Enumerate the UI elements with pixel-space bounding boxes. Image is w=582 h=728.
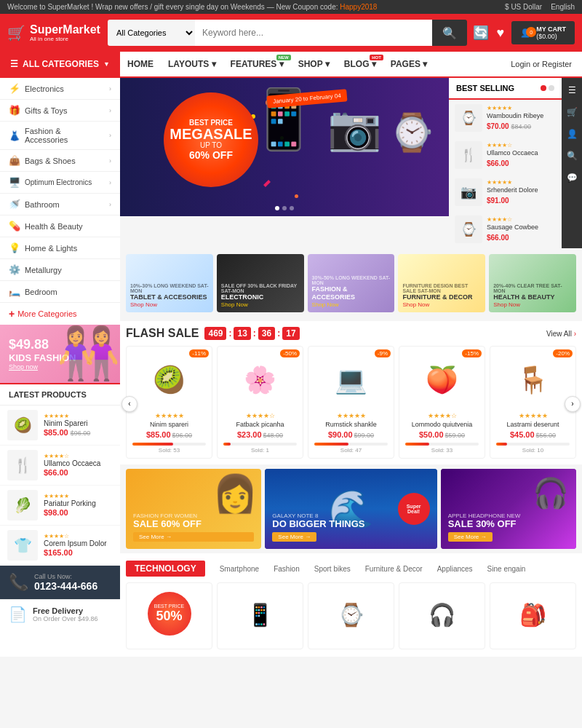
language-selector[interactable]: English (551, 3, 575, 11)
logo[interactable]: 🛒 SuperMarket All in one store (7, 23, 102, 43)
flash-next-button[interactable]: › (565, 396, 581, 412)
wishlist-icon[interactable]: ♥ (496, 25, 504, 41)
sidebar-item-bags[interactable]: 👜 Bags & Shoes › (0, 150, 120, 172)
product-image: 🍴 (455, 141, 482, 169)
refresh-icon[interactable]: 🔄 (473, 25, 489, 41)
cat-banner-fashion[interactable]: 30%-50% LONG WEEKEND SAT-MON FASHION & A… (308, 254, 395, 312)
sidebar-item-health[interactable]: 💊 Health & Beauty (0, 215, 120, 237)
optimum-icon: 🖥️ (9, 177, 20, 188)
login-register-link[interactable]: Login or Register (501, 52, 582, 76)
tab-fashion[interactable]: Fashion (266, 562, 307, 576)
promo-banner-galaxy[interactable]: 🌊 SuperDeal! GALAXY NOTE 8 DO BIGGER THI… (265, 469, 436, 549)
arrow-icon: › (109, 201, 111, 208)
list-item: 🍴 ★★★★☆ Ullamco Occaeca $66.00 (0, 446, 120, 486)
list-item: ⌚ ★★★★☆ Sausage Cowbee $66.00 (449, 211, 562, 248)
sidebar-item-home[interactable]: 💡 Home & Lights (0, 237, 120, 259)
technology-header: TECHNOLOGY Smartphone Fashion Sport bike… (126, 561, 576, 577)
search-category-select[interactable]: All Categories (108, 20, 195, 46)
main-container: ⚡ Electronics › 🎁 Gifts & Toys › 👗 Fashi… (0, 78, 582, 657)
tab-smartphone[interactable]: Smartphone (212, 562, 266, 576)
tab-sine[interactable]: Sine engain (480, 562, 533, 576)
product-image: 👕 (7, 530, 38, 561)
product-image: 🥬 (7, 490, 38, 521)
nav-shop[interactable]: SHOP ▾ (291, 52, 337, 76)
kids-banner: $49.88 KIDS FASHION Shop now 👭 (0, 325, 120, 383)
product-image: 🥝 (140, 351, 199, 409)
cat-banner-electronic[interactable]: SALE OFF 30% BLACK FRIDAY SAT-MON ELECTR… (217, 254, 304, 312)
discount-badge: -11% (189, 349, 209, 357)
nav-blog[interactable]: BLOG ▾HOT (337, 52, 383, 76)
tech-product-watch[interactable]: ⌚ (308, 582, 394, 649)
bs-dot-active[interactable] (541, 85, 546, 91)
cat-banner-furniture[interactable]: FURNITURE DESIGN BEST SALE SAT-MON FURNI… (398, 254, 485, 312)
technology-section: TECHNOLOGY Smartphone Fashion Sport bike… (120, 553, 582, 657)
nav-layouts[interactable]: LAYOUTS ▾ (161, 52, 223, 76)
cat-banner-tablet[interactable]: 10%-30% LONG WEEKEND SAT-MON TABLET & AC… (126, 254, 213, 312)
currency-selector[interactable]: $ US Dollar (505, 3, 542, 11)
nav-home[interactable]: HOME (120, 52, 161, 76)
technology-tabs: Smartphone Fashion Sport bikes Furniture… (212, 562, 576, 576)
search-button[interactable]: 🔍 (432, 20, 467, 46)
hero-dot-1[interactable] (275, 206, 279, 210)
tab-sport-bikes[interactable]: Sport bikes (307, 562, 358, 576)
sidebar-item-gifts[interactable]: 🎁 Gifts & Toys › (0, 100, 120, 122)
promo-banner-fashion[interactable]: 👩 FASHION FOR WOMEN SALE 60% OFF See Mor… (126, 469, 261, 549)
kids-image: 👭 (57, 325, 120, 383)
product-image: 🎒 (508, 589, 559, 640)
header: 🛒 SuperMarket All in one store All Categ… (0, 14, 582, 52)
top-bar: Welcome to SuperMarket ! Wrap new offers… (0, 0, 582, 14)
promo-banner-headphone[interactable]: 🎧 APPLE HEADPHONE NEW SALE 30% OFF See M… (441, 469, 576, 549)
user-icon-side[interactable]: 👤 (564, 126, 581, 142)
view-all-link[interactable]: View All › (546, 330, 576, 338)
more-categories-link[interactable]: + More Categories (0, 303, 120, 325)
all-categories-button[interactable]: ☰ ALL CATEGORIES ▼ (0, 52, 120, 76)
nav-features[interactable]: FEATURES ▾NEW (223, 52, 291, 76)
fashion-icon: 👗 (9, 130, 20, 141)
tech-product-phone[interactable]: 📱 (217, 582, 303, 649)
main-column: BEST PRICE MEGASALE UP TO 60% OFF 📱 📷 ⌚ … (120, 78, 582, 657)
electronics-icon: ⚡ (9, 83, 20, 94)
flash-sale-header: FLASH SALE 469 : 13 : 36 : 17 View All › (120, 321, 582, 343)
product-info: ★★★★☆ Ullamco Occaeca $66.00 (44, 453, 113, 478)
hero-dot-2[interactable] (282, 206, 287, 210)
hamburger-icon: ☰ (10, 59, 18, 69)
tab-furniture[interactable]: Furniture & Decor (358, 562, 430, 576)
nav-pages[interactable]: PAGES ▾ (383, 52, 434, 76)
header-icons: 🔄 ♥ 👤 0 MY CART ($0.00) (473, 21, 575, 44)
sidebar-item-optimum[interactable]: 🖥️ Optimum Electronics › (0, 172, 120, 194)
hero-camera-image: 📷 (327, 102, 382, 154)
cart-button[interactable]: 👤 0 MY CART ($0.00) (511, 21, 575, 44)
search-input[interactable] (195, 20, 432, 46)
discount-badge: -20% (553, 349, 573, 357)
chat-icon-side[interactable]: 💬 (564, 170, 581, 186)
sidebar-item-bedroom[interactable]: 🛏️ Bedroom (0, 281, 120, 303)
product-image: ⌚ (455, 215, 482, 243)
coupon-link[interactable]: Happy2018 (340, 3, 377, 11)
cart-icon-side[interactable]: 🛒 (564, 104, 581, 120)
sidebar: ⚡ Electronics › 🎁 Gifts & Toys › 👗 Fashi… (0, 78, 120, 657)
list-view-icon[interactable]: ☰ (565, 82, 579, 98)
arrow-icon: › (109, 107, 111, 114)
sidebar-item-metallurgy[interactable]: ⚙️ Metallurgy (0, 259, 120, 281)
sidebar-item-electronics[interactable]: ⚡ Electronics › (0, 78, 120, 100)
flash-prev-button[interactable]: ‹ (121, 396, 137, 412)
best-price-badge: BEST PRICE 50% (148, 592, 191, 636)
nav-links: HOME LAYOUTS ▾ FEATURES ▾NEW SHOP ▾ BLOG… (120, 52, 501, 76)
product-image: 🥝 (7, 410, 38, 440)
hero-dot-3[interactable] (290, 206, 294, 210)
sidebar-item-bathroom[interactable]: 🚿 Bathroom › (0, 194, 120, 215)
bags-icon: 👜 (9, 155, 20, 166)
tech-product-headphone[interactable]: 🎧 (399, 582, 485, 649)
category-banners: 10%-30% LONG WEEKEND SAT-MON TABLET & AC… (120, 248, 582, 318)
flash-sale-timer: 469 : 13 : 36 : 17 (204, 327, 299, 340)
tech-product-best-price[interactable]: BEST PRICE 50% (126, 582, 212, 649)
bs-dot[interactable] (549, 85, 554, 91)
search-icon-side[interactable]: 🔍 (564, 148, 581, 164)
sidebar-item-fashion[interactable]: 👗 Fashion & Accessories › (0, 122, 120, 150)
tab-appliances[interactable]: Appliances (430, 562, 480, 576)
progress-bar (223, 443, 231, 446)
best-selling-header: BEST SELLING (449, 78, 562, 100)
progress-bar (314, 443, 348, 446)
tech-product-backpack[interactable]: 🎒 (490, 582, 576, 649)
cat-banner-health[interactable]: 20%-40% CLEAR TREE SAT-MON HEALTH & BEAU… (489, 254, 576, 312)
